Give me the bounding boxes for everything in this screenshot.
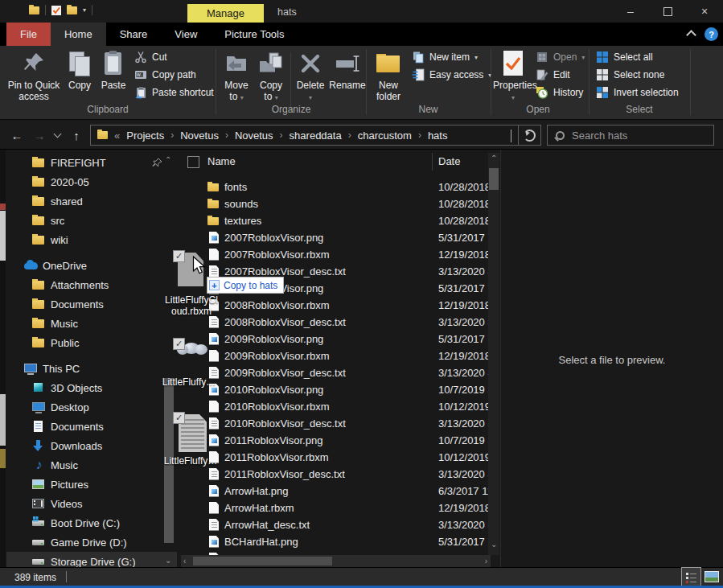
sidebar-item[interactable]: OneDrive	[6, 256, 177, 275]
back-button[interactable]: ←	[6, 121, 27, 150]
open-button[interactable]: Open ▾	[536, 50, 585, 64]
search-box[interactable]: Search hats	[547, 125, 714, 146]
breadcrumb-item[interactable]: hats	[428, 130, 448, 142]
file-row[interactable]: 2010RobloxVisor_desc.txt 3/13/2020 8	[181, 415, 488, 432]
new-item-button[interactable]: New item ▾	[412, 50, 478, 64]
file-row[interactable]: 2008RobloxVisor_desc.txt 3/13/2020 8	[181, 314, 488, 331]
properties-button[interactable]: Properties▾	[493, 48, 533, 104]
breadcrumb-item[interactable]: Novetus	[180, 130, 219, 142]
file-row[interactable]: 2008RobloxVisor.rbxm 12/19/2018	[181, 297, 488, 314]
help-button[interactable]: ?	[705, 27, 718, 41]
file-row[interactable]: 2011RobloxVisor.rbxm 10/12/2019	[181, 449, 488, 466]
rename-button[interactable]: Rename	[328, 48, 367, 91]
sidebar-item[interactable]: Attachments	[6, 275, 177, 294]
sidebar-item[interactable]: Boot Drive (C:)	[6, 513, 177, 532]
delete-button[interactable]: Delete▾	[293, 48, 328, 104]
file-list-scrollbar[interactable]: ⌃ ⌄	[488, 153, 499, 555]
file-row[interactable]: 2011RobloxVisor_desc.txt 3/13/2020 8	[181, 466, 488, 483]
move-to-button[interactable]: Move to ▾	[220, 48, 253, 104]
file-row[interactable]: 2009RobloxVisor.rbxm 12/19/2018	[181, 347, 488, 364]
cut-button[interactable]: Cut	[134, 50, 167, 64]
file-row[interactable]: 2010RobloxVisor.png 10/7/2019 3	[181, 381, 488, 398]
file-row[interactable]: ArrowHat_desc.txt 3/13/2020 8	[181, 516, 488, 533]
thumbnail-view-button[interactable]	[701, 567, 721, 586]
tab-view[interactable]: View	[161, 23, 211, 46]
breadcrumb-item[interactable]: shareddata	[290, 130, 342, 142]
scroll-down-arrow[interactable]: ⌄	[491, 541, 497, 549]
sidebar-item[interactable]: Downloads	[6, 436, 177, 455]
file-row[interactable]: ArrowHat.rbxm 12/19/2018	[181, 500, 488, 516]
edit-button[interactable]: Edit	[536, 68, 570, 82]
tab-file[interactable]: File	[6, 23, 51, 46]
qat-new-folder-icon[interactable]	[67, 6, 77, 14]
tab-home[interactable]: Home	[51, 23, 106, 46]
sidebar-item[interactable]: wiki	[6, 230, 177, 249]
refresh-button[interactable]	[519, 125, 541, 146]
file-row[interactable]: 2009RobloxVisor_desc.txt 3/13/2020 8	[181, 364, 488, 381]
file-row[interactable]: fonts 10/28/2018	[181, 179, 488, 195]
qat-properties-icon[interactable]	[51, 6, 61, 15]
minimize-button[interactable]: –	[612, 0, 649, 23]
drag-ghost-cloud-thumbnail[interactable]	[183, 343, 199, 354]
forward-button[interactable]: →	[29, 121, 50, 150]
sidebar-item[interactable]: Pictures	[6, 475, 177, 494]
new-folder-button[interactable]: Newfolder	[370, 48, 407, 102]
file-row[interactable]: textures 10/28/2018	[181, 212, 488, 229]
file-row[interactable]: 2011RobloxVisor.png 10/7/2019 3	[181, 432, 488, 449]
paste-button[interactable]: Paste	[97, 48, 130, 91]
sidebar-item[interactable]: Storage Drive (G:)	[6, 552, 177, 567]
paste-shortcut-button[interactable]: Paste shortcut	[134, 85, 214, 100]
qat-folder-icon[interactable]	[29, 6, 39, 14]
scroll-up-arrow[interactable]: ⌃	[491, 154, 497, 162]
sidebar-scroll-up[interactable]: ⌃	[165, 156, 171, 164]
sidebar-item[interactable]: 2020-05	[6, 172, 177, 191]
select-none-button[interactable]: Select none	[596, 68, 664, 82]
scroll-right-arrow[interactable]: ›	[485, 557, 487, 565]
file-row[interactable]: 2009RobloxVisor.png 5/31/2017 7	[181, 331, 488, 347]
file-list-scrollbar-thumb[interactable]	[489, 168, 499, 190]
file-row[interactable]: BCHardHat.png 5/31/2017 7	[181, 533, 488, 550]
pin-to-quick-access-button[interactable]: Pin to Quickaccess	[6, 48, 61, 102]
sidebar-item[interactable]: Documents	[6, 417, 177, 436]
file-row[interactable]: 2010RobloxVisor.rbxm 10/12/2019	[181, 398, 488, 415]
scroll-left-arrow[interactable]: ‹	[183, 557, 186, 565]
maximize-button[interactable]	[649, 0, 686, 23]
recent-locations-button[interactable]	[50, 121, 64, 150]
sidebar-item[interactable]: Documents	[6, 294, 177, 314]
file-row[interactable]: sounds 10/28/2018	[181, 195, 488, 212]
details-view-button[interactable]	[681, 567, 701, 586]
address-bar[interactable]: « Projects› Novetus› Novetus› shareddata…	[90, 125, 519, 146]
copy-button[interactable]: Copy	[64, 48, 96, 91]
sidebar-item[interactable]: Game Drive (D:)	[6, 532, 177, 552]
collapse-ribbon-button[interactable]	[688, 31, 695, 39]
tab-share[interactable]: Share	[106, 23, 162, 46]
column-header-date[interactable]: Date	[438, 155, 460, 167]
breadcrumb-item[interactable]: Projects	[126, 130, 164, 142]
address-dropdown-button[interactable]	[511, 130, 511, 142]
qat-dropdown-icon[interactable]: ▾	[83, 6, 86, 14]
breadcrumb-overflow[interactable]: «	[114, 130, 120, 142]
select-all-button[interactable]: Select all	[596, 50, 653, 64]
divider[interactable]	[432, 153, 433, 171]
horizontal-scrollbar-thumb[interactable]	[193, 557, 332, 565]
file-row[interactable]: 2007RobloxVisor.png 5/31/2017 7	[181, 229, 488, 246]
copy-to-button[interactable]: Copy to ▾	[254, 48, 288, 104]
tab-picture-tools[interactable]: Picture Tools	[211, 23, 298, 46]
close-button[interactable]: ×	[686, 0, 723, 23]
sidebar-item[interactable]: ♪ Music	[6, 455, 177, 475]
sidebar-item[interactable]: 3D Objects	[6, 378, 177, 397]
sidebar-item[interactable]: Desktop	[6, 397, 177, 417]
invert-selection-button[interactable]: Invert selection	[596, 85, 679, 100]
file-row[interactable]: 2007RobloxVisor.rbxm 12/19/2018	[181, 246, 488, 263]
sidebar-item[interactable]: src	[6, 211, 177, 230]
file-row[interactable]: ArrowHat.png 6/3/2017 11	[181, 483, 488, 500]
horizontal-scrollbar[interactable]: ‹ ›	[181, 555, 491, 567]
select-all-checkbox[interactable]	[187, 156, 199, 168]
copy-path-button[interactable]: W... Copy path	[134, 68, 196, 82]
breadcrumb-item[interactable]: Novetus	[235, 130, 273, 142]
up-button[interactable]: ↑	[66, 121, 87, 150]
sidebar-scroll-down[interactable]: ⌄	[165, 557, 171, 565]
sidebar-item[interactable]: This PC	[6, 359, 177, 378]
sidebar-item[interactable]: Public	[6, 333, 177, 352]
sidebar-item[interactable]: Videos	[6, 494, 177, 513]
